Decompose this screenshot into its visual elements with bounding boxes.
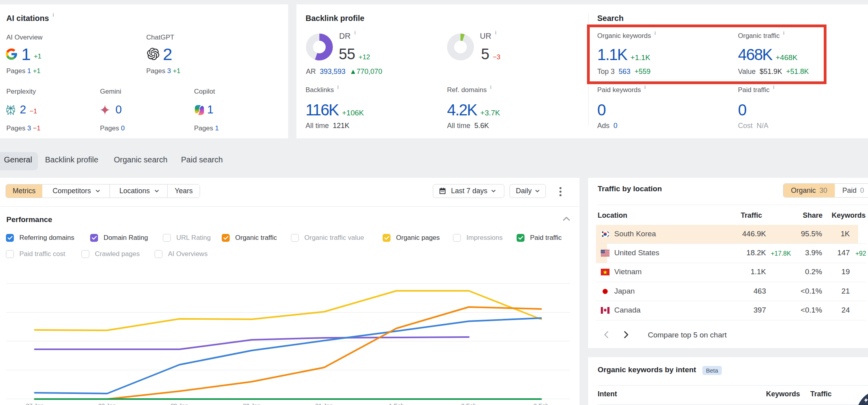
svg-text:2 Feb: 2 Feb <box>461 402 476 405</box>
svg-text:29 Jan: 29 Jan <box>170 402 188 405</box>
svg-text:1 Feb: 1 Feb <box>389 402 404 405</box>
svg-text:28 Jan: 28 Jan <box>98 402 116 405</box>
svg-text:31 Jan: 31 Jan <box>315 402 333 405</box>
svg-text:27 Jan: 27 Jan <box>26 402 43 405</box>
svg-text:30 Jan: 30 Jan <box>243 402 260 405</box>
svg-text:3 Feb: 3 Feb <box>534 402 549 405</box>
